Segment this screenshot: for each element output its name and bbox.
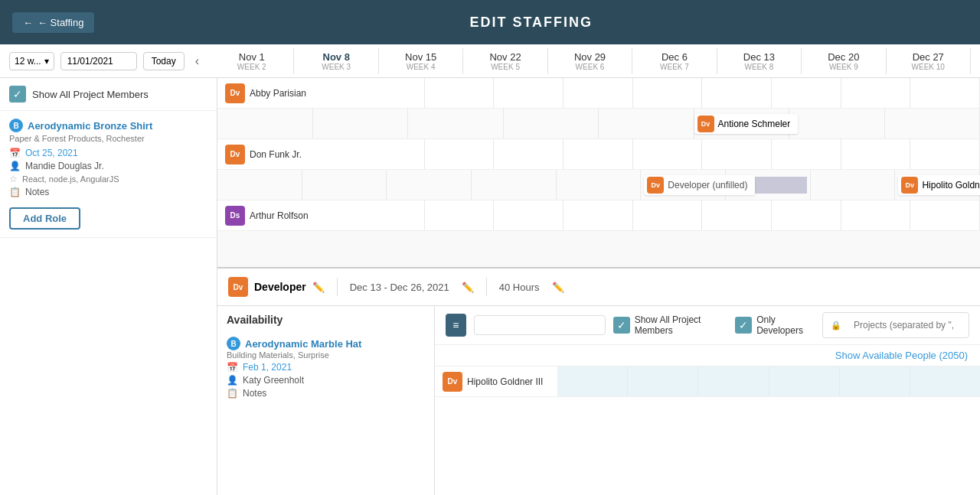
back-button[interactable]: ← ← Staffing	[12, 12, 94, 33]
antione-cell-9	[885, 109, 981, 138]
avail-checkbox-only-dev: ✓ Only Developers	[735, 314, 815, 336]
gantt-rows: Dv Abby Parisian	[217, 78, 980, 267]
avail-cell-6	[910, 366, 980, 396]
project-meta: Paper & Forest Products, Rochester	[9, 134, 207, 143]
person-name-arthur: Arthur Rolfson	[250, 210, 309, 221]
don-cell-3	[494, 139, 564, 169]
avail-search-input[interactable]	[474, 315, 606, 335]
chevron-down-icon: ▾	[44, 56, 49, 67]
week-col-7: Dec 13 WEEK 8	[717, 48, 802, 74]
avail-title: Availability	[227, 314, 425, 326]
arthur-cell-5	[633, 200, 703, 230]
avail-person-name: Hipolito Goldner III	[467, 376, 543, 387]
don-cell-5	[633, 139, 703, 169]
arthur-cell-7	[772, 200, 841, 230]
gantt-cells-antione: Dv Antione Schmeler × × × × ×	[217, 109, 980, 138]
arthur-cell-1	[355, 200, 425, 230]
gantt-cells-arthur	[355, 200, 980, 230]
prev-arrow-button[interactable]: ‹	[191, 53, 204, 70]
separator-1	[337, 278, 338, 296]
edit-hours-icon[interactable]: ✏️	[552, 282, 564, 293]
gantt-cells-don	[355, 139, 980, 169]
back-label: ← Staffing	[38, 17, 83, 28]
week-col-5: Nov 29 WEEK 6	[548, 48, 632, 74]
calendar-icon: 📅	[9, 148, 21, 158]
content-area: ✓ Show All Project Members B Aerodynamic…	[0, 78, 980, 495]
show-all-avail-label: Show All Project Members	[635, 314, 728, 336]
week-col-4: Nov 22 WEEK 5	[463, 48, 547, 74]
arthur-cell-2	[425, 200, 495, 230]
avail-calendar-icon: 📅	[227, 362, 238, 373]
notes-icon: 📋	[9, 187, 21, 197]
cell-8	[841, 78, 911, 108]
today-button[interactable]: Today	[143, 52, 185, 70]
role-badge: Dv	[228, 277, 248, 297]
project-tags-detail: ☆ React, node.js, AngularJS	[9, 174, 207, 184]
arthur-cell-6	[702, 200, 772, 230]
avail-project-badge: B	[227, 337, 240, 350]
show-all-checkbox[interactable]: ✓	[9, 86, 26, 103]
antione-cell-2	[313, 109, 409, 138]
person-label-abby: Dv Abby Parisian	[217, 83, 355, 103]
check-icon-3: ✓	[739, 319, 748, 331]
gantt-row-hipolito: Dv Developer (unfilled) Dv Hi	[217, 170, 980, 200]
avail-gantt-cells	[557, 366, 980, 396]
show-avail-link[interactable]: Show Available People (2050)	[835, 350, 968, 361]
show-all-label: Show All Project Members	[32, 89, 149, 100]
avail-date-detail: 📅 Feb 1, 2021	[227, 362, 425, 373]
don-cell-1	[355, 139, 425, 169]
avatar-don: Dv	[225, 145, 245, 164]
cell-4	[564, 78, 633, 108]
edit-dates-icon[interactable]: ✏️	[462, 282, 474, 293]
project-badge: B	[9, 119, 23, 132]
avail-person-icon: 👤	[227, 375, 238, 386]
gantt-row-abby: Dv Abby Parisian	[217, 78, 980, 109]
only-dev-label: Only Developers	[756, 314, 815, 336]
antione-cell-8	[789, 109, 885, 138]
cell-1	[355, 78, 425, 108]
name-antione-float: Antione Schmeler	[718, 119, 791, 129]
add-role-button[interactable]: Add Role	[9, 207, 80, 230]
avail-cell-5	[840, 366, 910, 396]
name-hipolito-float: Hipolito Goldn	[922, 180, 979, 191]
gantt-row-don: Dv Don Funk Jr.	[217, 139, 980, 170]
week-select[interactable]: 12 w... ▾	[9, 52, 54, 70]
person-icon: 👤	[9, 161, 21, 171]
cell-2	[425, 78, 495, 108]
edit-hours: 40 Hours	[499, 282, 540, 293]
edit-role-icon[interactable]: ✏️	[312, 282, 325, 293]
week-col-1: Nov 1 WEEK 2	[210, 48, 294, 74]
hipo-cell-9: Dv Hipolito Goldn	[895, 170, 980, 200]
filter-button[interactable]: ≡	[446, 314, 466, 337]
cell-9	[910, 78, 980, 108]
projects-input[interactable]	[846, 316, 961, 334]
show-all-avail-checkbox[interactable]: ✓	[613, 317, 630, 334]
antione-cell-1	[217, 109, 313, 138]
only-dev-checkbox[interactable]: ✓	[735, 317, 752, 334]
back-arrow-icon: ←	[23, 17, 33, 28]
person-name-don: Don Funk Jr.	[250, 149, 302, 160]
avail-cell-3	[698, 366, 769, 396]
avail-notes-detail: 📋 Notes	[227, 388, 425, 399]
check-icon-2: ✓	[617, 319, 626, 331]
week-select-value: 12 w...	[15, 56, 41, 67]
project-card: B Aerodynamic Bronze Shirt Paper & Fores…	[0, 111, 217, 238]
date-input[interactable]	[60, 52, 137, 70]
unfilled-label: Developer (unfilled)	[668, 180, 747, 191]
avail-controls-row: ≡ ✓ Show All Project Members ✓	[435, 306, 980, 345]
avatar-abby: Dv	[225, 83, 245, 103]
cell-7	[772, 78, 841, 108]
toolbar-row: 12 w... ▾ Today ‹ Nov 1 WEEK 2 Nov 8 WEE…	[0, 44, 980, 78]
avail-manager-detail: 👤 Katy Greenholt	[227, 375, 425, 386]
check-icon: ✓	[13, 88, 22, 100]
avail-right: ≡ ✓ Show All Project Members ✓	[435, 306, 980, 495]
avatar-antione-float: Dv	[697, 116, 714, 132]
don-cell-2	[425, 139, 495, 169]
cell-6	[702, 78, 772, 108]
projects-filter: 🔒	[822, 312, 969, 338]
avail-checkbox-show-all: ✓ Show All Project Members	[613, 314, 728, 336]
project-manager-detail: 👤 Mandie Douglas Jr.	[9, 161, 207, 171]
hipo-cell-6: Dv Developer (unfilled)	[641, 170, 726, 200]
project-name: B Aerodynamic Bronze Shirt	[9, 119, 207, 132]
show-avail-row: Show Available People (2050)	[435, 345, 980, 366]
